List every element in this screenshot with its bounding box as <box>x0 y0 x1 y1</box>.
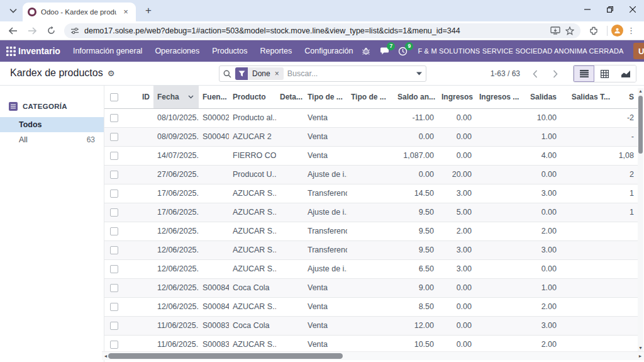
table-row[interactable]: 17/06/2025...AZUCAR S...Ajuste de i...9.… <box>104 203 638 222</box>
menu-item[interactable]: Reportes <box>254 40 299 62</box>
column-header[interactable]: Ingresos <box>438 86 475 108</box>
apps-grid-icon[interactable] <box>6 40 16 62</box>
search-input[interactable] <box>287 69 416 78</box>
vertical-scrollbar-thumb[interactable] <box>638 96 643 154</box>
window-close-button[interactable] <box>621 0 644 19</box>
row-checkbox[interactable] <box>104 222 123 240</box>
row-checkbox[interactable] <box>104 146 123 165</box>
table-row[interactable]: 11/06/2025...S00083Coca ColaVenta12.000.… <box>104 316 638 335</box>
table-row[interactable]: 12/06/2025...AZUCAR S...Transferenc...9.… <box>104 240 638 259</box>
column-header[interactable]: S <box>614 86 638 108</box>
search-dropdown-icon[interactable] <box>416 72 422 76</box>
facet-remove-icon[interactable]: × <box>275 69 284 78</box>
cell: 12/06/2025... <box>153 278 199 297</box>
send-to-device-icon[interactable] <box>550 26 560 35</box>
table-row[interactable]: 12/06/2025...AZUCAR S...Transferenc...9.… <box>104 222 638 240</box>
table-row[interactable]: 12/06/2025...S00084Coca ColaVenta9.000.0… <box>104 278 638 297</box>
table-row[interactable]: 12/06/2025...AZUCAR S...Ajuste de i...6.… <box>104 259 638 278</box>
row-checkbox[interactable] <box>104 335 123 351</box>
table-row[interactable]: 08/10/2025...S00002Producto al...Venta-1… <box>104 108 638 127</box>
window-restore-button[interactable] <box>599 0 621 19</box>
menu-item[interactable]: Productos <box>206 40 253 62</box>
column-header[interactable]: Tipo de ... <box>304 86 347 108</box>
url-bar[interactable]: demo17.solse.pe/web?debug=1#action=503&m… <box>64 23 580 38</box>
app-name[interactable]: Inventario <box>18 46 60 56</box>
cell: AZUCAR S... <box>229 335 276 351</box>
scroll-down-icon[interactable]: ▼ <box>638 345 643 351</box>
row-checkbox[interactable] <box>104 108 123 127</box>
messages-icon[interactable]: 7 <box>377 44 391 58</box>
forward-icon[interactable] <box>24 23 40 39</box>
menu-item[interactable]: Operaciones <box>148 40 206 62</box>
profile-avatar[interactable] <box>611 25 623 37</box>
site-settings-icon[interactable] <box>70 27 79 35</box>
table-row[interactable]: 14/07/2025...FIERRO CO...Venta1,087.000.… <box>104 146 638 165</box>
tab-search-icon[interactable] <box>5 3 21 19</box>
activities-clock-icon[interactable]: 9 <box>396 44 409 58</box>
sidebar-item-todos[interactable]: Todos <box>0 117 104 132</box>
pager-next-icon[interactable] <box>548 65 563 82</box>
cell: 11/06/2025... <box>153 316 199 335</box>
column-header[interactable]: Deta... <box>276 86 304 108</box>
cell: 2.00 <box>521 222 560 240</box>
row-checkbox[interactable] <box>104 127 123 146</box>
view-list-button[interactable] <box>574 65 594 82</box>
table-row[interactable]: 12/06/2025...S00084AZUCAR S...Venta8.500… <box>104 297 638 316</box>
table-row[interactable]: 17/06/2025...AZUCAR S...Transferenc...14… <box>104 184 638 203</box>
cell <box>475 335 521 351</box>
row-checkbox[interactable] <box>104 316 123 335</box>
pager-previous-icon[interactable] <box>528 65 543 82</box>
row-checkbox[interactable] <box>104 297 123 316</box>
browser-tab[interactable]: Odoo - Kardex de productos × <box>23 3 136 21</box>
view-graph-button[interactable] <box>615 65 636 82</box>
scroll-right-icon[interactable]: ► <box>636 352 644 361</box>
cell <box>347 184 394 203</box>
table-row[interactable]: 27/06/2025...Producot U...Ajuste de i...… <box>104 165 638 184</box>
cell <box>475 146 521 165</box>
horizontal-scrollbar[interactable]: ◄ ► <box>102 351 644 360</box>
select-all-checkbox[interactable] <box>104 86 123 108</box>
sidebar-item-all[interactable]: All63 <box>0 132 104 147</box>
column-header[interactable]: Salidas T... <box>560 86 614 108</box>
column-header[interactable]: Producto <box>229 86 276 108</box>
table-row[interactable]: 08/09/2025...S00040AZUCAR 2Venta0.000.00… <box>104 127 638 146</box>
tab-close-icon[interactable]: × <box>121 7 131 17</box>
column-header[interactable]: Fuen... <box>199 86 229 108</box>
row-checkbox[interactable] <box>104 259 123 278</box>
column-header[interactable]: ID <box>123 86 153 108</box>
menu-item[interactable]: Información general <box>67 40 148 62</box>
row-checkbox[interactable] <box>104 184 123 203</box>
bookmark-star-icon[interactable] <box>565 26 574 35</box>
url-text[interactable]: demo17.solse.pe/web?debug=1#action=503&m… <box>84 26 545 35</box>
company-name[interactable]: F & M SOLUTIONS SERVICE SOCIEDAD ANONIMA… <box>418 47 623 55</box>
column-header[interactable]: Salidas <box>521 86 560 108</box>
debug-bug-icon[interactable] <box>359 44 373 58</box>
window-minimize-button[interactable] <box>576 0 599 19</box>
reload-icon[interactable] <box>43 23 59 39</box>
search-facet[interactable]: Done × <box>235 67 284 80</box>
row-checkbox[interactable] <box>104 278 123 297</box>
browser-menu-icon[interactable]: ⋮ <box>625 26 640 35</box>
table-row[interactable]: 11/06/2025...S00083AZUCAR S...Venta10.50… <box>104 335 638 351</box>
column-header[interactable]: Fecha <box>153 86 199 108</box>
row-checkbox[interactable] <box>104 165 123 184</box>
new-tab-button[interactable]: + <box>141 3 156 18</box>
column-header[interactable]: Saldo an... <box>394 86 438 108</box>
row-checkbox[interactable] <box>104 240 123 259</box>
vertical-scrollbar[interactable]: ▲ ▼ <box>638 88 643 351</box>
cell: Coca Cola <box>229 278 276 297</box>
column-header[interactable]: Ingresos ... <box>475 86 521 108</box>
row-checkbox[interactable] <box>104 203 123 222</box>
gear-icon[interactable]: ⚙ <box>108 69 115 78</box>
menu-item[interactable]: Configuración <box>298 40 359 62</box>
cell: 3.00 <box>438 259 475 278</box>
view-pivot-button[interactable] <box>594 65 615 82</box>
column-header[interactable]: Tipo de ... <box>347 86 394 108</box>
search-bar[interactable]: Done × <box>219 65 426 82</box>
back-icon[interactable] <box>5 23 21 39</box>
scroll-up-icon[interactable]: ▲ <box>638 88 643 94</box>
cell-id <box>123 146 153 165</box>
extensions-icon[interactable] <box>586 23 602 39</box>
user-avatar[interactable]: U <box>633 43 644 59</box>
horizontal-scrollbar-thumb[interactable] <box>108 353 343 359</box>
